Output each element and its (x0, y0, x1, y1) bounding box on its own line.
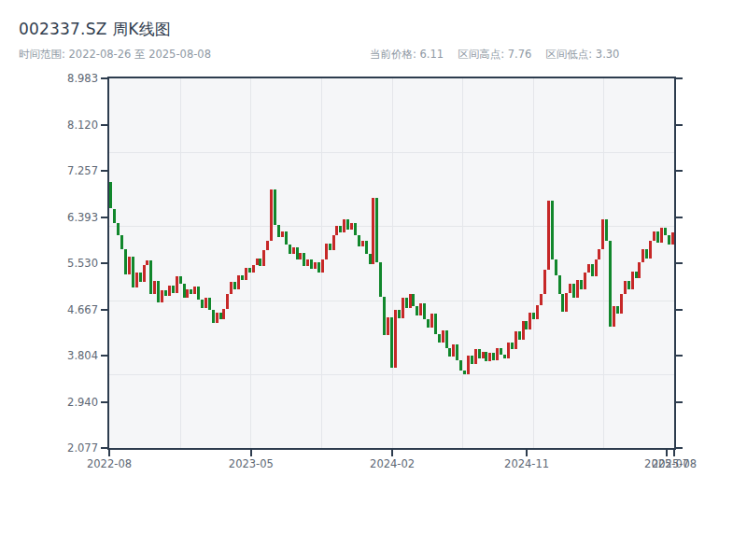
candle (635, 272, 638, 278)
plot-frame (107, 77, 676, 450)
candle (609, 241, 612, 327)
candle (561, 294, 564, 312)
candle (463, 371, 466, 374)
candle (153, 281, 156, 294)
y-tick-label: 5.530 (38, 257, 98, 270)
y-tick-mark-left (101, 355, 107, 357)
candle (204, 298, 207, 307)
candle (478, 349, 481, 358)
candle (471, 356, 473, 364)
candle (128, 257, 131, 274)
candle (183, 284, 186, 298)
range-low-label: 区间低点: 3.30 (545, 48, 619, 62)
candle (442, 330, 444, 343)
plot-area (109, 78, 674, 448)
candle (409, 294, 412, 307)
candle (277, 225, 280, 237)
candle (270, 189, 273, 240)
candle (547, 201, 550, 271)
candle (259, 259, 261, 266)
candle (522, 321, 525, 340)
v-gridline (250, 78, 251, 448)
candle (383, 297, 386, 335)
candle (641, 249, 644, 262)
y-tick-mark-left (101, 124, 107, 126)
candle (285, 231, 288, 245)
candle (601, 219, 604, 249)
y-tick-mark-left (101, 447, 107, 449)
v-gridline (392, 78, 393, 448)
candle (179, 276, 182, 283)
candle (591, 264, 594, 277)
x-tick-label: 2025-08 (637, 457, 712, 470)
y-tick-mark-left (101, 309, 107, 311)
candle (587, 264, 590, 273)
candle (507, 343, 510, 358)
candle (230, 282, 233, 294)
candle (365, 241, 368, 254)
candle (525, 321, 528, 329)
y-tick-mark-right (676, 124, 683, 126)
candle (649, 241, 652, 259)
candle (190, 289, 192, 295)
candle (161, 290, 163, 302)
x-tick-label: 2023-05 (214, 457, 289, 470)
candle (438, 334, 441, 343)
candle (146, 260, 148, 265)
candle (354, 223, 357, 235)
candle (416, 306, 418, 315)
v-gridline (180, 78, 181, 448)
candle (569, 284, 571, 293)
candle (467, 356, 470, 374)
candle (664, 228, 667, 236)
candle (624, 281, 627, 294)
range-high-label: 区间高点: 7.76 (458, 48, 531, 62)
y-tick-mark-right (676, 355, 683, 357)
candle (176, 276, 178, 292)
candle (398, 310, 401, 318)
candle (402, 298, 404, 318)
y-tick-mark-left (101, 217, 107, 218)
candle (543, 270, 546, 294)
y-tick-label: 8.983 (38, 72, 98, 85)
v-gridline (533, 78, 534, 448)
candle (216, 313, 218, 322)
candle (540, 294, 543, 304)
y-tick-label: 4.667 (38, 303, 98, 316)
date-range-label: 时间范围: 2022-08-26 至 2025-08-08 (19, 48, 211, 62)
candle (117, 223, 120, 235)
candle (120, 235, 123, 248)
y-tick-mark-right (676, 77, 683, 79)
x-tick-label: 2022-08 (72, 457, 147, 470)
v-gridline (462, 78, 463, 448)
candle (536, 305, 539, 319)
candle (339, 226, 342, 232)
candle (485, 352, 487, 361)
y-tick-mark-right (676, 447, 683, 449)
candle (620, 294, 623, 314)
candle (503, 355, 506, 358)
candle (551, 201, 554, 259)
candle (496, 348, 499, 360)
candle (332, 235, 335, 249)
candle (289, 245, 291, 254)
candle (317, 262, 320, 273)
candle (412, 294, 415, 306)
candle (423, 303, 426, 319)
candle (266, 241, 269, 250)
y-tick-mark-left (101, 262, 107, 264)
candle (208, 298, 211, 310)
candle (222, 309, 225, 319)
candle (241, 275, 244, 280)
candle (197, 287, 200, 300)
candle (219, 313, 222, 319)
candle (605, 219, 608, 241)
candle (139, 273, 142, 282)
candle (306, 259, 309, 266)
candle (405, 298, 408, 307)
x-tick-mark (391, 450, 393, 456)
candle (350, 223, 353, 230)
candle (653, 231, 655, 241)
candle (387, 317, 389, 335)
candle (518, 331, 521, 340)
